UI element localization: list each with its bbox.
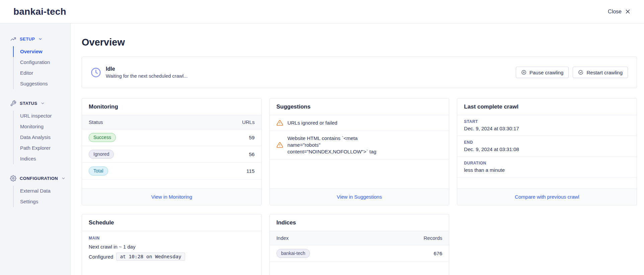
- column-records: Records: [423, 235, 442, 241]
- column-status: Status: [89, 119, 103, 125]
- configuration-nav-items: External Data Settings: [13, 186, 70, 207]
- chevron-down-icon: [41, 101, 45, 106]
- status-badge: Total: [89, 166, 108, 176]
- sidebar-item-configuration[interactable]: Configuration: [13, 57, 70, 68]
- configured-label: Configured: [89, 254, 113, 260]
- restart-check-icon: [578, 70, 583, 75]
- crawler-app: bankai-tech Close SETUP Overview Config: [0, 0, 644, 275]
- crawl-duration-field: DURATION less than a minute: [457, 157, 637, 178]
- field-label: END: [464, 140, 630, 145]
- compare-previous-crawl-link[interactable]: Compare with previous crawl: [515, 194, 579, 200]
- url-count: 115: [246, 168, 255, 174]
- pause-crawling-button[interactable]: Pause crawling: [516, 67, 569, 78]
- warning-triangle-icon: [276, 142, 283, 148]
- sidebar-item-monitoring[interactable]: Monitoring: [13, 121, 70, 132]
- sidebar-group-setup[interactable]: SETUP: [10, 36, 70, 42]
- last-crawl-card: Last complete crawl START Dec. 9, 2024 a…: [457, 98, 637, 205]
- crawl-start-field: START Dec. 9, 2024 at 03:30:17: [457, 115, 637, 136]
- status-badge: Success: [89, 133, 116, 142]
- url-count: 59: [249, 135, 254, 141]
- sidebar-item-data-analysis[interactable]: Data Analysis: [13, 132, 70, 143]
- column-urls: URLs: [242, 119, 255, 125]
- url-count: 56: [249, 151, 254, 157]
- field-value: Dec. 9, 2024 at 03:30:17: [464, 126, 630, 131]
- main-content: Overview Idle Waiting for the next sched…: [71, 23, 644, 275]
- monitoring-table-header: Status URLs: [82, 115, 261, 129]
- suggestion-item: URLs ignored or failed: [270, 115, 449, 131]
- sidebar-item-indices[interactable]: Indices: [13, 153, 70, 164]
- field-value: less than a minute: [464, 167, 630, 173]
- wrench-icon: [10, 100, 16, 107]
- view-in-monitoring-link[interactable]: View in Monitoring: [151, 194, 192, 200]
- crawler-name: bankai-tech: [13, 6, 66, 17]
- page-title: Overview: [82, 37, 637, 47]
- sidebar: SETUP Overview Configuration Editor Sugg…: [0, 23, 71, 275]
- records-count: 676: [433, 251, 442, 257]
- sidebar-group-configuration[interactable]: CONFIGURATION: [10, 175, 70, 182]
- table-row: Success 59: [82, 129, 261, 146]
- schedule-section-label: MAIN: [89, 236, 255, 240]
- crawl-end-field: END Dec. 9, 2024 at 03:31:08: [457, 136, 637, 157]
- indices-card: Indices Index Records bankai-tech 676: [269, 214, 450, 275]
- restart-crawling-label: Restart crawling: [586, 70, 623, 75]
- top-bar: bankai-tech Close: [0, 0, 644, 23]
- chevron-down-icon: [61, 176, 66, 181]
- sidebar-group-status[interactable]: STATUS: [10, 100, 70, 107]
- close-label: Close: [608, 9, 622, 15]
- sidebar-item-url-inspector[interactable]: URL inspector: [13, 111, 70, 121]
- warning-triangle-icon: [276, 120, 283, 126]
- sidebar-group-label: CONFIGURATION: [20, 176, 58, 181]
- restart-crawling-button[interactable]: Restart crawling: [573, 67, 628, 78]
- close-button[interactable]: Close: [608, 9, 631, 15]
- crawl-status-banner: Idle Waiting for the next scheduled craw…: [82, 57, 637, 88]
- clock-icon: [91, 67, 101, 78]
- table-row: Total 115: [82, 163, 261, 180]
- index-name-badge[interactable]: bankai-tech: [276, 249, 310, 258]
- suggestions-card-title: Suggestions: [270, 98, 449, 115]
- field-value: Dec. 9, 2024 at 03:31:08: [464, 146, 630, 152]
- pause-crawling-label: Pause crawling: [530, 70, 564, 75]
- next-crawl-text: Next crawl in ~ 1 day: [89, 244, 255, 250]
- monitoring-card-title: Monitoring: [82, 98, 261, 115]
- status-nav-items: URL inspector Monitoring Data Analysis P…: [13, 111, 70, 164]
- sidebar-item-external-data[interactable]: External Data: [13, 186, 70, 196]
- status-badge: Ignored: [89, 150, 114, 159]
- last-crawl-card-title: Last complete crawl: [457, 98, 637, 115]
- close-icon: [625, 9, 631, 14]
- crawl-state: Idle: [106, 66, 187, 72]
- pause-circle-icon: [521, 70, 527, 75]
- column-index: Index: [276, 235, 289, 241]
- suggestion-text: Website HTML contains `<meta name="robot…: [288, 135, 390, 155]
- monitoring-card-footer: View in Monitoring: [82, 189, 261, 205]
- trending-up-icon: [10, 36, 16, 42]
- field-label: START: [464, 119, 630, 124]
- view-in-suggestions-link[interactable]: View in Suggestions: [337, 194, 382, 200]
- sidebar-item-editor[interactable]: Editor: [13, 68, 70, 78]
- sidebar-item-suggestions[interactable]: Suggestions: [13, 78, 70, 89]
- table-row: Ignored 56: [82, 146, 261, 163]
- schedule-card-title: Schedule: [82, 214, 261, 231]
- chevron-down-icon: [38, 37, 43, 41]
- suggestions-card: Suggestions URLs ignored or failed Websi…: [269, 98, 450, 205]
- sidebar-group-label: STATUS: [20, 101, 37, 106]
- indices-card-title: Indices: [270, 214, 449, 231]
- monitoring-card: Monitoring Status URLs Success 59 Ignore…: [82, 98, 262, 205]
- last-crawl-card-footer: Compare with previous crawl: [457, 189, 637, 205]
- indices-table-header: Index Records: [270, 231, 449, 245]
- sidebar-item-overview[interactable]: Overview: [13, 46, 70, 57]
- schedule-expression: at 10:28 on Wednesday: [116, 253, 185, 261]
- sidebar-item-path-explorer[interactable]: Path Explorer: [13, 143, 70, 153]
- suggestions-card-footer: View in Suggestions: [270, 189, 449, 205]
- suggestion-text: URLs ignored or failed: [288, 120, 337, 126]
- sidebar-item-settings[interactable]: Settings: [13, 196, 70, 207]
- sidebar-group-label: SETUP: [20, 37, 35, 42]
- schedule-card: Schedule MAIN Next crawl in ~ 1 day Conf…: [82, 214, 262, 275]
- gear-icon: [10, 175, 16, 182]
- table-row: bankai-tech 676: [270, 245, 449, 262]
- suggestion-item: Website HTML contains `<meta name="robot…: [270, 131, 449, 159]
- field-label: DURATION: [464, 161, 630, 165]
- crawl-state-description: Waiting for the next scheduled crawl...: [106, 73, 187, 79]
- setup-nav-items: Overview Configuration Editor Suggestion…: [13, 46, 70, 89]
